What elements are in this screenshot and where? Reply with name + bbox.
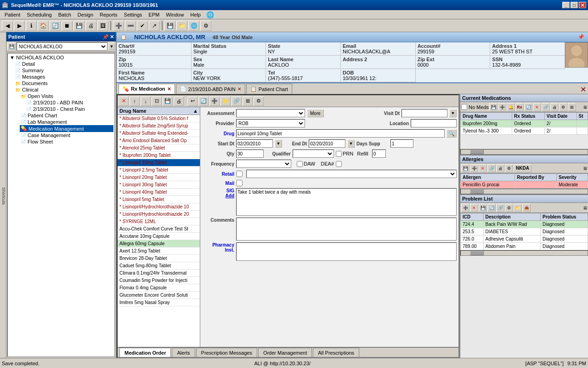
daw-checkbox[interactable] <box>297 161 303 167</box>
med-link-button[interactable]: 🔗 <box>232 97 242 106</box>
panel-close-icon[interactable]: ✕ <box>110 34 114 40</box>
menu-reports[interactable]: Reports <box>97 11 120 18</box>
minimize-button[interactable]: _ <box>562 2 570 8</box>
problem-export-btn[interactable]: 📤 <box>522 204 531 212</box>
drug-item-albuterol2[interactable]: * Albuterol Sulfate 2mg/5ml Syrup <box>118 122 200 130</box>
drug-item-axert[interactable]: Axert 12.5mg Tablet <box>118 247 200 255</box>
problem-refresh-btn[interactable]: 🔄 <box>487 204 496 212</box>
cm-refresh-btn[interactable]: 🔄 <box>524 103 532 111</box>
drug-item-lisino-hydro10[interactable]: * Lisinopril/Hydrochlorothiazide 10 <box>118 203 200 211</box>
tree-lab-mgmt[interactable]: 📄 Lab Management <box>20 119 113 125</box>
med-refresh-button[interactable]: 🔄 <box>198 97 209 106</box>
tab-all-prescriptions[interactable]: All Prescriptions <box>313 348 359 357</box>
allergy-add-btn[interactable]: ➕ <box>470 164 478 172</box>
tab-rx-medication[interactable]: 💊 Rx Medication ✕ <box>119 84 175 94</box>
med-undo-button[interactable]: ↩ <box>187 97 198 106</box>
drug-input[interactable] <box>236 129 445 138</box>
current-meds-scrollbar-thumb[interactable] <box>470 150 484 154</box>
med-expand-button[interactable]: ⊞ <box>243 97 253 106</box>
menu-design[interactable]: Design <box>75 11 96 18</box>
menu-window[interactable]: Window <box>163 11 187 18</box>
stop-button[interactable]: ⏹ <box>62 21 73 31</box>
problem-scrollbar[interactable] <box>460 250 588 256</box>
sig-textarea[interactable]: Take 1 tablet twice a day with meals <box>236 188 457 216</box>
tree-med-mgmt[interactable]: 💊 Medication Management <box>20 125 113 132</box>
qty-input[interactable] <box>236 150 264 158</box>
cm-rx-btn[interactable]: Rx <box>515 103 524 111</box>
patient-dropdown-button[interactable]: ▼ <box>108 43 115 50</box>
drug-item-amo[interactable]: * Amo Endosol Balanced Salt Op <box>118 137 200 144</box>
provider-select[interactable]: ROB <box>236 119 305 127</box>
menu-patient[interactable]: Patient <box>2 11 23 18</box>
tree-detail[interactable]: 📄 Detail <box>14 61 113 67</box>
check-button[interactable]: ✔ <box>137 21 148 31</box>
drug-item-albuterol1[interactable]: * Albuterol Sulfate 0.5% Solution f <box>118 115 200 122</box>
allergy-print-btn[interactable]: 🖨 <box>496 164 504 172</box>
qualifier-select[interactable] <box>293 150 334 158</box>
drug-search-button[interactable]: 🔍 <box>447 129 457 138</box>
prn-label[interactable]: PRN <box>336 151 353 157</box>
tab-order-management[interactable]: Order Management <box>258 348 312 357</box>
problem-delete-btn[interactable]: ✕ <box>470 204 478 212</box>
drug-item-imitrex[interactable]: Imitrex 5mg Nasal Spray <box>118 299 200 306</box>
end-dt-arrow[interactable]: ▼ <box>347 139 355 148</box>
menu-help[interactable]: Help <box>187 11 204 18</box>
arrow-button[interactable]: ↗ <box>149 21 160 31</box>
refill-input[interactable] <box>372 150 386 158</box>
allergy-scrollbar-thumb[interactable] <box>470 189 484 194</box>
table-row[interactable]: 789.00 Abdomen Pain Diagnosed <box>461 243 588 250</box>
tab-medication-order[interactable]: Medication Order <box>119 348 171 357</box>
drug-item-lisinopril20[interactable]: * Lisinopril 20mg Tablet <box>118 174 200 181</box>
cm-print-btn[interactable]: 🖨 <box>550 103 559 111</box>
print-toolbar-button[interactable]: 🖨 <box>85 21 96 31</box>
back-button[interactable]: ◀ <box>2 21 13 31</box>
drug-item-lisinopril25[interactable]: * Lisinopril 2.5mg Tablet <box>118 167 200 174</box>
cm-link-btn[interactable]: 🔗 <box>542 103 550 111</box>
image-button[interactable]: 🖼 <box>97 21 108 31</box>
med-up-button[interactable]: ↑ <box>130 97 140 106</box>
med-star-button[interactable]: ⭐ <box>220 97 231 106</box>
table-row[interactable]: Tylenol No.-3 300 Ordered 2/ <box>461 127 588 135</box>
end-dt-input[interactable] <box>309 139 345 148</box>
drug-item-allegra[interactable]: Allegra 60mg Capsule <box>118 240 200 247</box>
panel-pin-icon[interactable]: 📌 <box>102 34 109 40</box>
close-all-button[interactable]: ✕ <box>580 85 586 94</box>
no-meds-check[interactable]: No Meds <box>461 104 489 110</box>
add-button[interactable]: ➕ <box>113 21 124 31</box>
nkda-button[interactable]: NKDA <box>514 164 531 172</box>
abd-tab-close[interactable]: ✕ <box>237 86 241 92</box>
tree-visit-abd[interactable]: 📄 2/19/2010 - ABD PAIN <box>25 99 113 106</box>
floppy-button[interactable]: 💾 <box>164 21 175 31</box>
days-supp-input[interactable] <box>390 139 413 148</box>
tab-patient-chart[interactable]: 📋 Patient Chart <box>246 84 292 94</box>
tab-prescription-messages[interactable]: Prescription Messages <box>196 348 257 357</box>
allergy-settings-btn[interactable]: ⚙ <box>505 164 513 172</box>
visit-dt-input[interactable] <box>401 109 447 117</box>
tree-flow-sheet[interactable]: 📄 Flow Sheet <box>20 138 113 145</box>
med-save-button[interactable]: 💾 <box>163 97 173 106</box>
drug-item-glucometer[interactable]: Glucometer Encore Control Soluti <box>118 292 200 299</box>
drug-item-lisinopril10[interactable]: * Lisinopril 10mg Tablet <box>118 159 200 167</box>
problem-add-btn[interactable]: ➕ <box>461 204 469 212</box>
med-settings-button[interactable]: ⚙ <box>254 97 264 106</box>
med-grid-button[interactable]: ⊡ <box>152 97 162 106</box>
problem-save-btn[interactable]: 💾 <box>479 204 487 212</box>
drug-item-lisinopril40[interactable]: * Lisinopril 40mg Tablet <box>118 189 200 196</box>
drug-item-lisinopril5[interactable]: * Lisinopril 5mg Tablet <box>118 196 200 203</box>
current-meds-scrollbar[interactable] <box>460 149 588 155</box>
delete-button[interactable]: ➖ <box>125 21 136 31</box>
tree-messages[interactable]: 📄 Messages <box>14 74 113 80</box>
drug-item-flomax[interactable]: Flomax 0.4mg Capsule <box>118 284 200 292</box>
med-delete-button[interactable]: ✕ <box>119 97 129 106</box>
allergy-scrollbar[interactable] <box>460 189 588 194</box>
patient-select[interactable]: NICHOLAS ACKLOO <box>17 42 107 51</box>
drug-item-climara[interactable]: Climara 0.1mg/24hr Transdermal <box>118 270 200 277</box>
comments-textarea[interactable] <box>236 218 457 241</box>
med-print-button[interactable]: 🖨 <box>174 97 184 106</box>
med-add-button[interactable]: ➕ <box>209 97 220 106</box>
table-row[interactable]: 726.0 Adhesive Capsuliti Diagnosed <box>461 236 588 243</box>
save-patient-button[interactable]: 💾 <box>7 43 16 50</box>
problem-link-btn[interactable]: 🔗 <box>496 204 504 212</box>
allergy-save-btn[interactable]: 💾 <box>461 164 469 172</box>
refresh-button[interactable]: 🔄 <box>50 21 61 31</box>
